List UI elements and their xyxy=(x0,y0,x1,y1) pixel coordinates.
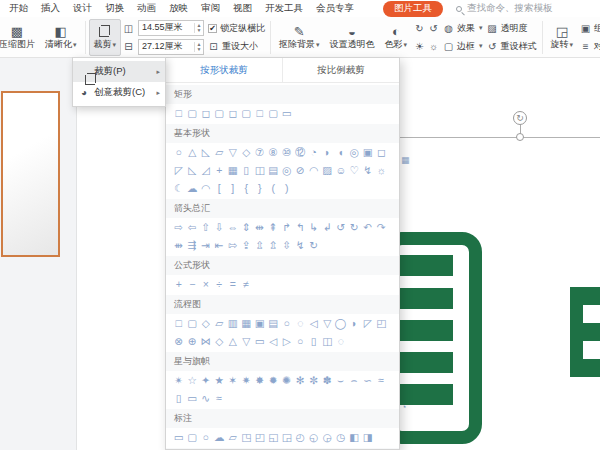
shape-option[interactable]: ≈ xyxy=(213,391,227,405)
shape-option[interactable]: ◺ xyxy=(186,163,200,177)
shape-option[interactable]: ⌣ xyxy=(334,373,348,387)
shape-option[interactable]: □ xyxy=(172,106,186,120)
crop-button[interactable]: 裁剪▾ xyxy=(89,19,122,56)
menu-item-creative-crop[interactable]: ◕ 创意裁剪(C) ▸ xyxy=(73,82,165,103)
shape-option[interactable]: ✴ xyxy=(172,373,186,387)
shape-option[interactable]: ◇ xyxy=(199,316,213,330)
shape-option[interactable]: ◁ xyxy=(267,334,281,348)
menu-item-crop[interactable]: 裁剪(P) ▸ xyxy=(73,61,165,82)
shape-option[interactable]: ▯ xyxy=(307,334,321,348)
crop-horizontal-button[interactable]: ⊟ xyxy=(123,39,134,54)
shape-option[interactable]: ☆ xyxy=(186,373,200,387)
shape-option[interactable]: ↳ xyxy=(307,220,321,234)
shape-option[interactable]: ◯ xyxy=(334,316,348,330)
shape-option[interactable]: ▯ xyxy=(172,391,186,405)
shape-option[interactable]: ◗ xyxy=(321,145,335,159)
shape-option[interactable]: + xyxy=(172,277,186,291)
shape-option[interactable]: ↻ xyxy=(348,220,362,234)
shape-option[interactable]: ↺ xyxy=(334,220,348,234)
shape-option[interactable]: ✸ xyxy=(253,373,267,387)
rotate-ccw-icon[interactable]: ↺ xyxy=(428,23,439,34)
slide-thumbnail-selected[interactable] xyxy=(1,91,60,257)
shape-option[interactable]: ∿ xyxy=(199,391,213,405)
shape-option[interactable]: ▷ xyxy=(280,334,294,348)
shape-option[interactable]: ⇞ xyxy=(267,220,281,234)
shape-option[interactable]: ◸ xyxy=(172,163,186,177)
shape-option[interactable]: ≠ xyxy=(240,277,254,291)
border-button[interactable]: ▢ 边框▾ xyxy=(443,39,483,54)
rotation-handle-icon[interactable]: ↻ xyxy=(513,111,527,125)
shape-option[interactable]: ↱ xyxy=(280,220,294,234)
compress-picture-button[interactable]: ▩ 压缩图片 xyxy=(0,19,40,56)
picture-tools-tab[interactable]: 图片工具 xyxy=(383,1,443,17)
shape-option[interactable]: ( xyxy=(267,181,281,195)
shape-option[interactable]: × xyxy=(199,277,213,291)
picture-height-field[interactable]: 14.55厘米 ▲▼ xyxy=(138,20,204,36)
shape-option[interactable]: ☁ xyxy=(186,181,200,195)
shape-option[interactable]: ▣ xyxy=(361,145,375,159)
shape-option[interactable]: ◫ xyxy=(253,163,267,177)
rotate-button[interactable]: ◲ 旋转▾ xyxy=(546,19,579,56)
shape-option[interactable]: ⇦ xyxy=(186,220,200,234)
shape-option[interactable]: ✹ xyxy=(267,373,281,387)
effects-button[interactable]: ◍ 效果▾ xyxy=(443,21,483,36)
shape-option[interactable]: ◻ xyxy=(199,106,213,120)
menu-tab[interactable]: 开发工具 xyxy=(265,2,303,15)
rotate-cw-icon[interactable]: ↻ xyxy=(414,23,425,34)
shape-option[interactable]: ☼ xyxy=(375,163,389,177)
shape-option[interactable]: ⑧ xyxy=(267,145,281,159)
shape-option[interactable]: ▱ xyxy=(226,430,240,444)
reset-style-button[interactable]: ↺ 重设样式 xyxy=(487,39,537,54)
shape-option[interactable]: ↯ xyxy=(361,163,375,177)
shape-option[interactable]: △ xyxy=(186,145,200,159)
shape-option[interactable]: ✷ xyxy=(240,373,254,387)
menu-tab[interactable]: 开始 xyxy=(9,2,28,15)
shape-option[interactable]: ✼ xyxy=(307,373,321,387)
shape-option[interactable]: ▭ xyxy=(172,430,186,444)
shape-option[interactable]: ◇ xyxy=(213,334,227,348)
shape-option[interactable]: ≈ xyxy=(375,373,389,387)
shape-option[interactable]: ▱ xyxy=(213,316,227,330)
shape-option[interactable]: ◌ xyxy=(294,316,308,330)
shape-option[interactable]: ⑫ xyxy=(294,145,308,159)
shape-option[interactable]: ◎ xyxy=(348,145,362,159)
shape-option[interactable]: ⌢ xyxy=(348,373,362,387)
menu-tab[interactable]: 动画 xyxy=(137,2,156,15)
shape-option[interactable]: ⇻ xyxy=(172,238,186,252)
shape-option[interactable]: ◰ xyxy=(375,316,389,330)
shape-option[interactable]: ⇥ xyxy=(199,238,213,252)
picture-width-field[interactable]: 27.12厘米 ▲▼ xyxy=(138,39,204,55)
shape-option[interactable]: ○ xyxy=(280,316,294,330)
shape-option[interactable]: ✶ xyxy=(226,373,240,387)
shape-option[interactable]: { xyxy=(240,181,254,195)
shape-option[interactable]: ◷ xyxy=(334,430,348,444)
placeholder-table-icon[interactable]: ▦ xyxy=(401,155,410,165)
shape-option[interactable]: □ xyxy=(253,106,267,120)
shape-option[interactable]: ◫ xyxy=(321,334,335,348)
shape-option[interactable]: + xyxy=(213,163,227,177)
shape-option[interactable]: ⊗ xyxy=(172,334,186,348)
shape-option[interactable]: ◧ xyxy=(348,430,362,444)
shape-option[interactable]: ◵ xyxy=(307,430,321,444)
tab-crop-by-ratio[interactable]: 按比例裁剪 xyxy=(282,58,399,82)
shape-option[interactable]: ✽ xyxy=(321,373,335,387)
shape-option[interactable]: ◱ xyxy=(267,430,281,444)
brightness-down-icon[interactable]: ☼ xyxy=(428,41,439,52)
shape-option[interactable]: [ xyxy=(213,181,227,195)
shape-option[interactable]: △ xyxy=(226,334,240,348)
shape-option[interactable]: ↰ xyxy=(294,220,308,234)
shape-option[interactable]: ⇰ xyxy=(226,238,240,252)
shape-option[interactable]: ◁ xyxy=(307,316,321,330)
shape-option[interactable]: ⇩ xyxy=(213,220,227,234)
shape-option[interactable]: ▽ xyxy=(240,334,254,348)
shape-option[interactable]: ] xyxy=(226,181,240,195)
shape-option[interactable]: ▣ xyxy=(253,316,267,330)
shape-option[interactable]: ○ xyxy=(294,334,308,348)
shape-option[interactable]: − xyxy=(186,277,200,291)
shape-option[interactable]: ↲ xyxy=(321,220,335,234)
shape-option[interactable]: ◺ xyxy=(199,145,213,159)
shape-option[interactable]: ✺ xyxy=(280,373,294,387)
shape-option[interactable]: ⋈ xyxy=(199,334,213,348)
menu-tab[interactable]: 设计 xyxy=(73,2,92,15)
shape-option[interactable]: ▱ xyxy=(213,145,227,159)
